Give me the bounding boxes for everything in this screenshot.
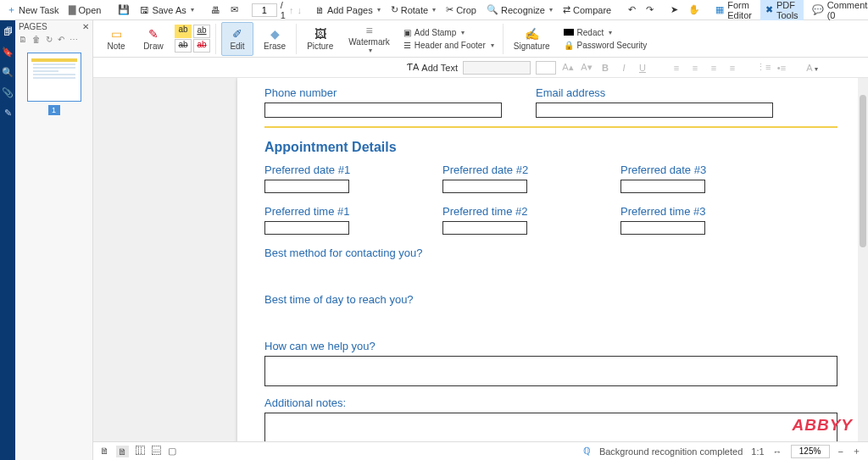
view-two-page-icon[interactable]: ⿲ xyxy=(136,446,145,457)
text-icon: ƬA xyxy=(407,62,419,73)
font-size-select[interactable] xyxy=(536,61,556,75)
rotate-icon: ↻ xyxy=(391,4,398,15)
view-single-icon[interactable]: 🗎 xyxy=(100,446,109,457)
font-increase-icon[interactable]: A▴ xyxy=(561,62,575,73)
zoom-out-icon[interactable]: − xyxy=(838,446,843,457)
lock-icon: 🔒 xyxy=(564,41,574,50)
pointer-button[interactable]: ➤ xyxy=(667,3,682,17)
password-security-tool[interactable]: 🔒Password Security xyxy=(560,40,651,51)
underline-icon[interactable]: U xyxy=(636,63,649,73)
more-tool-icon[interactable]: ⋯ xyxy=(70,35,78,44)
font-color-icon[interactable]: A xyxy=(805,63,819,73)
view-fullscreen-icon[interactable]: ▢ xyxy=(168,446,176,457)
time2-label: Preferred time #2 xyxy=(442,205,570,218)
date3-label: Preferred date #3 xyxy=(620,163,748,176)
date1-field[interactable] xyxy=(264,180,349,193)
highlight-tool[interactable]: ab xyxy=(175,25,192,38)
edit-tool[interactable]: ✐Edit xyxy=(221,22,253,56)
time3-field[interactable] xyxy=(620,221,705,235)
recognize-button[interactable]: 🔍Recognize xyxy=(483,3,556,17)
add-pages-button[interactable]: 🗎Add Pages xyxy=(312,3,384,17)
pdf-tools-button[interactable]: ✖PDF Tools xyxy=(760,0,804,22)
align-justify-icon[interactable]: ≡ xyxy=(726,63,739,73)
list-numbered-icon[interactable]: ⋮≡ xyxy=(756,62,770,73)
attachments-rail-icon[interactable]: 📎 xyxy=(2,86,14,98)
undo-button[interactable]: ↶ xyxy=(625,3,639,17)
email-field[interactable] xyxy=(536,103,773,118)
phone-field[interactable] xyxy=(264,103,502,118)
crop-button[interactable]: ✂Crop xyxy=(442,3,480,17)
save-button[interactable]: 💾 xyxy=(114,3,133,17)
draw-tool[interactable]: ✎Draw xyxy=(137,22,170,56)
open-button[interactable]: ▇Open xyxy=(65,3,104,17)
redo-button[interactable]: ↷ xyxy=(643,3,657,17)
zoom-in-icon[interactable]: ＋ xyxy=(852,445,861,457)
compare-button[interactable]: ⇄Compare xyxy=(559,3,615,17)
align-center-icon[interactable]: ≡ xyxy=(688,63,702,73)
search-rail-icon[interactable]: 🔍 xyxy=(2,66,14,78)
align-right-icon[interactable]: ≡ xyxy=(707,63,721,73)
rotate-page-tool-icon[interactable]: ↻ xyxy=(46,35,53,44)
strike-tool[interactable]: ab xyxy=(175,39,192,53)
print-button[interactable]: 🖶 xyxy=(208,3,224,17)
thumbnail-page-number: 1 xyxy=(48,105,60,115)
picture-tool[interactable]: 🖼Picture xyxy=(302,22,338,56)
date2-field[interactable] xyxy=(442,180,527,193)
list-bullet-icon[interactable]: •≡ xyxy=(775,63,788,73)
note-tool[interactable]: ▭Note xyxy=(100,22,132,56)
page-number-input[interactable] xyxy=(252,3,277,17)
new-task-button[interactable]: ＋New Task xyxy=(3,2,62,18)
save-icon: 💾 xyxy=(118,4,130,15)
stamp-icon: ▣ xyxy=(403,28,411,37)
header-footer-icon: ☰ xyxy=(403,41,411,50)
rotate-button[interactable]: ↻Rotate xyxy=(387,3,439,17)
date3-field[interactable] xyxy=(620,180,705,193)
add-stamp-tool[interactable]: ▣Add Stamp xyxy=(400,27,498,38)
view-two-continuous-icon[interactable]: ⿳ xyxy=(152,446,161,457)
add-page-tool-icon[interactable]: 🗎 xyxy=(19,35,27,44)
redact-tool[interactable]: Redact xyxy=(560,27,651,38)
underline-tool[interactable]: ab xyxy=(193,25,210,38)
phone-label: Phone number xyxy=(264,86,502,99)
align-left-icon[interactable]: ≡ xyxy=(670,63,683,73)
time1-field[interactable] xyxy=(264,221,349,235)
delete-page-tool-icon[interactable]: 🗑 xyxy=(32,35,41,44)
signatures-rail-icon[interactable]: ✎ xyxy=(2,107,14,119)
time2-field[interactable] xyxy=(442,221,527,235)
page-down-icon[interactable]: ↓ xyxy=(297,5,302,15)
zoom-input[interactable] xyxy=(791,445,830,458)
page-thumbnail[interactable] xyxy=(27,53,81,102)
bookmarks-rail-icon[interactable]: 🔖 xyxy=(2,46,14,58)
scale-label[interactable]: 1:1 xyxy=(751,446,764,457)
pdf-page: Phone number Email address Appointment D… xyxy=(237,78,865,460)
save-as-icon: 🖫 xyxy=(140,5,149,15)
strike-red-tool[interactable]: ab xyxy=(193,39,210,53)
watermark-tool[interactable]: ≡Watermark xyxy=(343,22,395,56)
vertical-scrollbar[interactable] xyxy=(858,78,868,441)
page-up-icon[interactable]: ↑ xyxy=(289,5,294,15)
status-bar: 🗎 🗎 ⿲ ⿳ ▢ ℚ Background recognition compl… xyxy=(93,441,868,460)
add-text-button[interactable]: ƬAAdd Text xyxy=(407,62,458,73)
font-family-select[interactable] xyxy=(463,61,531,75)
bold-icon[interactable]: B xyxy=(598,63,612,73)
email-button[interactable]: ✉ xyxy=(227,3,242,17)
header-footer-tool[interactable]: ☰Header and Footer xyxy=(400,40,498,51)
notes-field[interactable] xyxy=(264,413,837,443)
erase-tool[interactable]: ◆Erase xyxy=(259,22,291,56)
signature-tool[interactable]: ✍Signature xyxy=(509,22,555,56)
italic-icon[interactable]: I xyxy=(617,63,631,73)
save-as-button[interactable]: 🖫Save As xyxy=(136,3,197,17)
document-viewport[interactable]: Phone number Email address Appointment D… xyxy=(93,78,868,460)
recognition-status-icon: ℚ xyxy=(583,446,591,457)
close-icon[interactable]: ✕ xyxy=(82,22,89,31)
font-decrease-icon[interactable]: A▾ xyxy=(580,62,593,73)
help-field[interactable] xyxy=(264,356,837,386)
view-continuous-icon[interactable]: 🗎 xyxy=(116,446,129,457)
comments-button[interactable]: 💬Comments (0 xyxy=(807,0,868,22)
scrollbar-thumb[interactable] xyxy=(860,95,866,247)
undo-tool-icon[interactable]: ↶ xyxy=(58,35,64,44)
form-editor-button[interactable]: ▦Form Editor xyxy=(710,0,757,22)
pages-rail-icon[interactable]: 🗐 xyxy=(2,25,14,37)
fit-width-icon[interactable]: ↔ xyxy=(773,446,782,457)
hand-button[interactable]: ✋ xyxy=(685,3,704,17)
